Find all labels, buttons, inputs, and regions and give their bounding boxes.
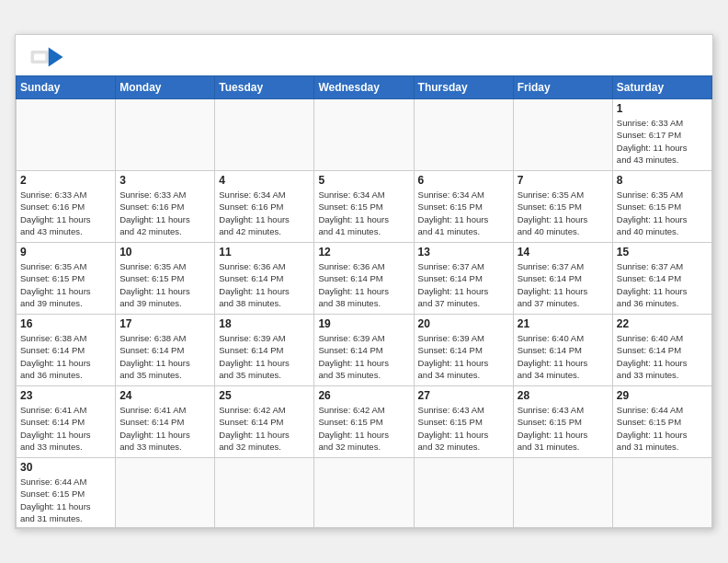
- day-number: 12: [318, 246, 409, 259]
- calendar-cell: 16Sunrise: 6:38 AMSunset: 6:14 PMDayligh…: [17, 314, 116, 385]
- calendar-cell: 17Sunrise: 6:38 AMSunset: 6:14 PMDayligh…: [116, 314, 215, 385]
- day-header-saturday: Saturday: [612, 75, 711, 98]
- calendar-week-3: 9Sunrise: 6:35 AMSunset: 6:15 PMDaylight…: [17, 242, 712, 314]
- calendar-cell: 2Sunrise: 6:33 AMSunset: 6:16 PMDaylight…: [17, 170, 116, 242]
- day-number: 24: [119, 389, 210, 402]
- day-info: Sunrise: 6:41 AMSunset: 6:14 PMDaylight:…: [20, 404, 111, 453]
- calendar-cell: 6Sunrise: 6:34 AMSunset: 6:15 PMDaylight…: [414, 170, 513, 242]
- day-info: Sunrise: 6:40 AMSunset: 6:14 PMDaylight:…: [617, 332, 708, 381]
- day-info: Sunrise: 6:41 AMSunset: 6:14 PMDaylight:…: [119, 404, 210, 453]
- day-info: Sunrise: 6:43 AMSunset: 6:15 PMDaylight:…: [518, 404, 609, 453]
- calendar-week-6: 30Sunrise: 6:44 AMSunset: 6:15 PMDayligh…: [17, 457, 712, 527]
- calendar-cell: [414, 98, 513, 170]
- day-number: 14: [518, 246, 609, 259]
- day-number: 20: [418, 317, 509, 330]
- day-number: 29: [617, 389, 708, 402]
- calendar-cell: [215, 457, 314, 527]
- day-info: Sunrise: 6:44 AMSunset: 6:15 PMDaylight:…: [20, 476, 111, 524]
- calendar-week-5: 23Sunrise: 6:41 AMSunset: 6:14 PMDayligh…: [17, 385, 712, 457]
- day-header-monday: Monday: [116, 75, 215, 98]
- calendar-cell: 14Sunrise: 6:37 AMSunset: 6:14 PMDayligh…: [513, 242, 612, 314]
- day-header-friday: Friday: [513, 75, 612, 98]
- calendar-cell: 21Sunrise: 6:40 AMSunset: 6:14 PMDayligh…: [513, 314, 612, 385]
- day-number: 1: [617, 102, 708, 115]
- day-info: Sunrise: 6:35 AMSunset: 6:15 PMDaylight:…: [119, 260, 210, 309]
- day-info: Sunrise: 6:34 AMSunset: 6:16 PMDaylight:…: [219, 189, 310, 237]
- day-info: Sunrise: 6:40 AMSunset: 6:14 PMDaylight:…: [518, 332, 609, 381]
- day-info: Sunrise: 6:37 AMSunset: 6:14 PMDaylight:…: [518, 260, 609, 309]
- calendar-cell: [612, 457, 711, 527]
- calendar-cell: 27Sunrise: 6:43 AMSunset: 6:15 PMDayligh…: [414, 385, 513, 457]
- calendar-cell: [513, 457, 612, 527]
- calendar-week-1: 1Sunrise: 6:33 AMSunset: 6:17 PMDaylight…: [17, 98, 712, 170]
- day-number: 2: [20, 174, 111, 187]
- day-info: Sunrise: 6:36 AMSunset: 6:14 PMDaylight:…: [219, 260, 310, 309]
- day-info: Sunrise: 6:42 AMSunset: 6:14 PMDaylight:…: [219, 404, 310, 453]
- day-number: 17: [119, 317, 210, 330]
- calendar-grid: SundayMondayTuesdayWednesdayThursdayFrid…: [16, 75, 712, 528]
- day-number: 28: [518, 389, 609, 402]
- day-number: 5: [318, 174, 409, 187]
- calendar-cell: 22Sunrise: 6:40 AMSunset: 6:14 PMDayligh…: [612, 314, 711, 385]
- day-info: Sunrise: 6:37 AMSunset: 6:14 PMDaylight:…: [418, 260, 509, 309]
- calendar-cell: 26Sunrise: 6:42 AMSunset: 6:15 PMDayligh…: [314, 385, 414, 457]
- calendar-cell: 4Sunrise: 6:34 AMSunset: 6:16 PMDaylight…: [215, 170, 314, 242]
- day-info: Sunrise: 6:35 AMSunset: 6:15 PMDaylight:…: [617, 189, 708, 237]
- calendar-cell: 9Sunrise: 6:35 AMSunset: 6:15 PMDaylight…: [17, 242, 116, 314]
- calendar-cell: 1Sunrise: 6:33 AMSunset: 6:17 PMDaylight…: [612, 98, 711, 170]
- day-info: Sunrise: 6:33 AMSunset: 6:16 PMDaylight:…: [119, 189, 210, 237]
- calendar-cell: [116, 457, 215, 527]
- calendar-container: SundayMondayTuesdayWednesdayThursdayFrid…: [15, 34, 713, 529]
- calendar-cell: 20Sunrise: 6:39 AMSunset: 6:14 PMDayligh…: [414, 314, 513, 385]
- day-info: Sunrise: 6:34 AMSunset: 6:15 PMDaylight:…: [318, 189, 409, 237]
- day-number: 9: [20, 246, 111, 259]
- calendar-cell: 29Sunrise: 6:44 AMSunset: 6:15 PMDayligh…: [612, 385, 711, 457]
- calendar-cell: [17, 98, 116, 170]
- logo-icon: [30, 44, 63, 70]
- calendar-cell: [414, 457, 513, 527]
- calendar-cell: 3Sunrise: 6:33 AMSunset: 6:16 PMDaylight…: [116, 170, 215, 242]
- day-number: 13: [418, 246, 509, 259]
- day-number: 21: [518, 317, 609, 330]
- day-number: 22: [617, 317, 708, 330]
- day-number: 25: [219, 389, 310, 402]
- calendar-cell: 24Sunrise: 6:41 AMSunset: 6:14 PMDayligh…: [116, 385, 215, 457]
- calendar-cell: 8Sunrise: 6:35 AMSunset: 6:15 PMDaylight…: [612, 170, 711, 242]
- day-info: Sunrise: 6:42 AMSunset: 6:15 PMDaylight:…: [318, 404, 409, 453]
- day-info: Sunrise: 6:39 AMSunset: 6:14 PMDaylight:…: [219, 332, 310, 381]
- day-header-tuesday: Tuesday: [215, 75, 314, 98]
- calendar-header: SundayMondayTuesdayWednesdayThursdayFrid…: [17, 75, 712, 98]
- calendar-cell: 10Sunrise: 6:35 AMSunset: 6:15 PMDayligh…: [116, 242, 215, 314]
- day-number: 7: [518, 174, 609, 187]
- day-info: Sunrise: 6:38 AMSunset: 6:14 PMDaylight:…: [20, 332, 111, 381]
- day-info: Sunrise: 6:39 AMSunset: 6:14 PMDaylight:…: [418, 332, 509, 381]
- calendar-cell: 30Sunrise: 6:44 AMSunset: 6:15 PMDayligh…: [17, 457, 116, 527]
- day-number: 4: [219, 174, 310, 187]
- day-number: 23: [20, 389, 111, 402]
- day-number: 11: [219, 246, 310, 259]
- calendar-cell: 12Sunrise: 6:36 AMSunset: 6:14 PMDayligh…: [314, 242, 414, 314]
- svg-rect-2: [34, 53, 45, 60]
- logo: [30, 44, 69, 70]
- calendar-cell: 25Sunrise: 6:42 AMSunset: 6:14 PMDayligh…: [215, 385, 314, 457]
- day-info: Sunrise: 6:35 AMSunset: 6:15 PMDaylight:…: [20, 260, 111, 309]
- header-row: SundayMondayTuesdayWednesdayThursdayFrid…: [17, 75, 712, 98]
- calendar-body: 1Sunrise: 6:33 AMSunset: 6:17 PMDaylight…: [17, 98, 712, 527]
- calendar-cell: [513, 98, 612, 170]
- calendar-cell: 18Sunrise: 6:39 AMSunset: 6:14 PMDayligh…: [215, 314, 314, 385]
- day-info: Sunrise: 6:35 AMSunset: 6:15 PMDaylight:…: [518, 189, 609, 237]
- calendar-week-2: 2Sunrise: 6:33 AMSunset: 6:16 PMDaylight…: [17, 170, 712, 242]
- day-number: 16: [20, 317, 111, 330]
- day-number: 6: [418, 174, 509, 187]
- day-info: Sunrise: 6:37 AMSunset: 6:14 PMDaylight:…: [617, 260, 708, 309]
- day-number: 10: [119, 246, 210, 259]
- day-info: Sunrise: 6:33 AMSunset: 6:16 PMDaylight:…: [20, 189, 111, 237]
- day-number: 27: [418, 389, 509, 402]
- day-info: Sunrise: 6:38 AMSunset: 6:14 PMDaylight:…: [119, 332, 210, 381]
- svg-marker-1: [49, 47, 63, 66]
- day-info: Sunrise: 6:36 AMSunset: 6:14 PMDaylight:…: [318, 260, 409, 309]
- day-info: Sunrise: 6:43 AMSunset: 6:15 PMDaylight:…: [418, 404, 509, 453]
- day-number: 26: [318, 389, 409, 402]
- calendar-cell: [215, 98, 314, 170]
- day-number: 15: [617, 246, 708, 259]
